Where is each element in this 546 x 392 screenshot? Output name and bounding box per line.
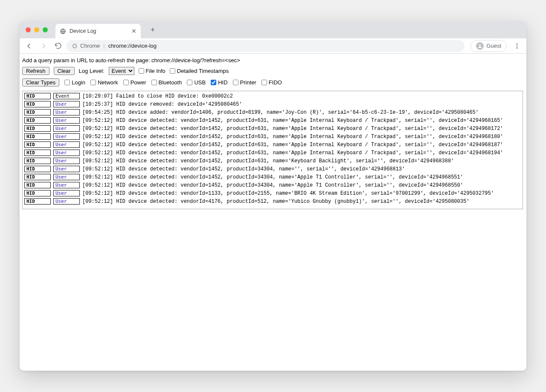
log-row: HIDUser[09:52:12] HID device detected: v… [24,198,521,205]
reload-button[interactable] [52,40,64,52]
type-filter-label: Login [72,79,85,86]
refresh-button[interactable]: Refresh [22,67,49,75]
log-type-pill: HID [24,101,51,107]
type-filter-label: Bluetooth [159,79,182,86]
log-row: HIDUser[09:52:12] HID device detected: v… [24,158,521,164]
log-level-pill: User [53,198,80,205]
svg-point-2 [74,45,76,47]
type-filter-label: HID [218,79,227,86]
back-button[interactable] [23,40,35,52]
log-level-pill: Event [53,93,80,99]
window-minimize-button[interactable] [34,27,39,32]
tab-strip: Device Log ✕ + [20,21,526,38]
file-info-checkbox[interactable] [139,68,144,74]
type-filter-checkbox-power[interactable] [123,80,129,85]
address-bar[interactable]: Chrome | chrome://device-log [67,40,465,52]
log-level-pill: User [53,109,80,115]
log-message: [09:52:12] HID device detected: vendorId… [82,191,494,196]
new-tab-button[interactable]: + [147,24,159,36]
refresh-hint: Add a query param in URL to auto-refresh… [21,55,524,66]
log-message: [09:52:12] HID device detected: vendorId… [82,118,503,123]
profile-chip[interactable]: Guest [470,40,507,52]
type-filter-checkbox-fido[interactable] [261,80,267,85]
type-filter-login[interactable]: Login [64,79,85,86]
site-chip: Chrome [72,43,100,49]
log-message: [09:52:12] HID device detected: vendorId… [82,199,469,204]
type-filter-printer[interactable]: Printer [233,79,256,86]
type-filter-label: USB [194,79,206,86]
omnibox-separator: | [103,43,105,49]
type-filter-label: Power [131,79,146,86]
type-filter-label: FIDO [269,79,282,86]
type-filter-checkbox-network[interactable] [90,80,96,85]
log-row: HIDUser[09:52:12] HID device detected: v… [24,125,521,132]
log-level-pill: User [53,117,80,124]
window-close-button[interactable] [26,27,31,32]
type-filter-power[interactable]: Power [123,79,146,86]
log-level-pill: User [53,125,80,132]
log-message: [09:52:12] HID device detected: vendorId… [82,175,463,180]
log-type-pill: HID [24,150,51,156]
log-message: [09:52:12] HID device detected: vendorId… [82,150,503,156]
file-info-checkbox-group[interactable]: File Info [139,68,166,74]
clear-button[interactable]: Clear [54,67,75,75]
browser-window: Device Log ✕ + Chrome | chrome://device-… [20,21,526,371]
log-panel: HIDEvent[10:29:07] Failed to close HID d… [22,91,523,209]
log-level-select[interactable]: Event [109,67,134,75]
log-row: HIDUser[09:52:12] HID device detected: v… [24,174,521,180]
type-filter-label: Network [98,79,118,86]
log-message: [09:52:12] HID device detected: vendorId… [82,167,405,172]
log-message: [09:54:25] HID device added: vendorId=14… [82,110,479,115]
window-controls [26,27,48,32]
type-filter-fido[interactable]: FIDO [261,79,282,86]
forward-button[interactable] [38,40,49,52]
log-type-pill: HID [24,93,51,99]
log-level-pill: User [53,133,80,140]
log-message: [09:52:12] HID device detected: vendorId… [82,134,503,139]
type-filter-checkbox-printer[interactable] [233,80,238,85]
type-filter-checkbox-login[interactable] [64,80,70,85]
log-level-label: Log Level: [79,68,105,74]
clear-types-button[interactable]: Clear Types [22,78,59,86]
tab-title: Device Log [70,28,96,34]
log-type-pill: HID [24,125,51,132]
svg-point-4 [517,43,518,45]
log-row: HIDUser[09:52:12] HID device detected: v… [24,182,521,188]
window-maximize-button[interactable] [43,27,48,32]
log-row: HIDUser[09:52:12] HID device detected: v… [24,141,521,148]
log-type-pill: HID [24,174,51,180]
log-type-pill: HID [24,141,51,148]
log-message: [10:29:07] Failed to close HID device: 0… [82,94,233,99]
type-filter-checkbox-bluetooth[interactable] [151,80,157,85]
log-row: HIDUser[10:25:37] HID device removed: de… [24,101,521,107]
type-filter-checkbox-hid[interactable] [211,80,216,85]
log-level-pill: User [53,166,80,172]
log-type-pill: HID [24,109,51,115]
log-type-pill: HID [24,166,51,172]
page-content: Add a query param in URL to auto-refresh… [20,54,526,371]
type-filter-checkbox-usb[interactable] [187,80,192,85]
type-filters-row: Clear Types LoginNetworkPowerBluetoothUS… [21,76,524,90]
tab-device-log[interactable]: Device Log ✕ [55,24,141,38]
type-filter-usb[interactable]: USB [187,79,206,86]
type-filter-hid[interactable]: HID [211,79,227,86]
log-type-pill: HID [24,198,51,205]
log-row: HIDUser[09:54:25] HID device added: vend… [24,109,521,115]
log-message: [09:52:12] HID device detected: vendorId… [82,159,454,164]
browser-menu-button[interactable] [511,40,523,52]
tab-close-icon[interactable]: ✕ [131,28,136,35]
chrome-icon [72,43,78,49]
avatar-icon [476,42,484,50]
type-filter-network[interactable]: Network [90,79,118,86]
log-level-pill: User [53,141,80,148]
log-row: HIDUser[09:52:12] HID device detected: v… [24,166,521,172]
log-row: HIDUser[09:52:12] HID device detected: v… [24,117,521,124]
log-type-pill: HID [24,158,51,164]
type-filter-bluetooth[interactable]: Bluetooth [151,79,182,86]
type-filter-label: Printer [240,79,256,86]
log-type-pill: HID [24,190,51,196]
globe-icon [60,28,66,35]
detailed-timestamps-checkbox-group[interactable]: Detailed Timestamps [170,68,229,74]
svg-point-5 [517,45,518,46]
detailed-timestamps-checkbox[interactable] [170,68,175,74]
